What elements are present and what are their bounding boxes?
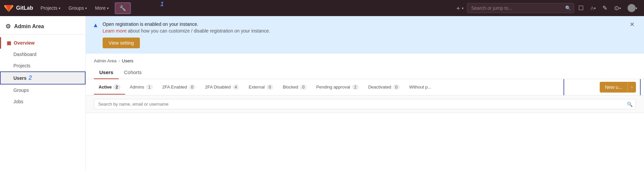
issues-icon: ✎ (602, 4, 607, 12)
filter-tab-blocked[interactable]: Blocked 0 (278, 80, 312, 95)
sidebar-item-users-wrapper: Users 2 (0, 71, 86, 84)
alert-icon: ▲ (93, 22, 99, 29)
sidebar-item-jobs[interactable]: Jobs (0, 96, 86, 107)
avatar-caret-icon: ▾ (636, 6, 637, 10)
alert-content: Open registration is enabled on your ins… (103, 21, 624, 48)
top-navigation: GitLab Projects ▾ Groups ▾ More ▾ 🔧 1 ＋ … (0, 0, 644, 16)
sidebar: ⚙ Admin Area ▦ Overview Dashboard Projec… (0, 16, 86, 171)
overview-icon: ▦ (7, 40, 11, 46)
filter-tab-2fa-disabled[interactable]: 2FA Disabled 4 (200, 80, 244, 95)
page-tabs: Users Cohorts (86, 66, 644, 79)
merge-requests-btn[interactable]: ⑃ ▾ (588, 3, 598, 14)
sidebar-item-users[interactable]: Users 2 (0, 71, 86, 84)
avatar (628, 4, 636, 12)
main-content: ▲ Open registration is enabled on your i… (86, 16, 644, 171)
breadcrumb-current: Users (122, 58, 133, 63)
filter-tab-active[interactable]: Active 2 (94, 80, 125, 95)
projects-nav-btn[interactable]: Projects ▾ (37, 3, 64, 13)
breadcrumb: Admin Area › Users (86, 54, 644, 66)
gitlab-wordmark: GitLab (16, 5, 33, 11)
table-search-wrapper: 🔍 (94, 99, 636, 109)
breadcrumb-separator: › (118, 58, 120, 63)
sidebar-item-projects[interactable]: Projects (0, 60, 86, 71)
filter-tab-deactivated[interactable]: Deactivated 0 (364, 80, 405, 95)
alert-title: Open registration is enabled on your ins… (103, 21, 624, 27)
sidebar-nav: ▦ Overview Dashboard Projects Users 2 Gr… (0, 35, 86, 110)
new-user-chevron-btn[interactable]: › (628, 82, 636, 93)
alert-learn-more-link[interactable]: Learn more (103, 28, 127, 34)
sidebar-title: Admin Area (14, 23, 44, 30)
filter-count-deactivated: 0 (393, 84, 400, 90)
search-wrapper: 🔍 (467, 3, 574, 13)
alert-banner: ▲ Open registration is enabled on your i… (86, 16, 644, 54)
annotation-2: 2 (29, 74, 32, 81)
admin-area-icon: ⚙ (5, 23, 11, 30)
sidebar-item-groups[interactable]: Groups (0, 84, 86, 96)
plus-icon: ＋ (455, 4, 461, 12)
merge-icon: ⑃ (590, 5, 594, 12)
search-icon: 🔍 (565, 5, 571, 11)
filter-tab-2fa-enabled[interactable]: 2FA Enabled 0 (158, 80, 200, 95)
sidebar-item-overview[interactable]: ▦ Overview (0, 37, 86, 49)
filter-tab-admins[interactable]: Admins 1 (125, 80, 158, 95)
filter-tabs-row: Active 2 Admins 1 2FA Enabled 0 2FA Disa… (86, 79, 644, 96)
chevron-right-icon: › (631, 85, 633, 90)
filter-count-admins: 1 (146, 84, 153, 90)
main-layout: ⚙ Admin Area ▦ Overview Dashboard Projec… (0, 16, 644, 171)
gitlab-logo[interactable]: GitLab (4, 3, 33, 13)
filter-count-2fa-enabled: 0 (189, 84, 196, 90)
new-user-area: 3 New u... › (600, 79, 636, 95)
filter-count-external: 0 (266, 84, 273, 90)
filter-tab-external[interactable]: External 0 (244, 80, 278, 95)
more-caret-icon: ▾ (107, 6, 109, 10)
issues-btn[interactable]: ✎ (600, 2, 610, 14)
alert-subtitle: Learn more about how you can customize /… (103, 28, 624, 34)
sidebar-item-dashboard[interactable]: Dashboard (0, 49, 86, 60)
new-user-btn[interactable]: New u... (600, 82, 628, 93)
new-user-group: New u... › (600, 82, 636, 93)
breadcrumb-admin-link[interactable]: Admin Area (94, 58, 116, 63)
create-caret-icon: ▾ (462, 6, 464, 10)
sidebar-header: ⚙ Admin Area (0, 19, 86, 35)
create-new-btn[interactable]: ＋ ▾ (453, 3, 466, 13)
table-search-icon: 🔍 (627, 102, 633, 107)
merge-caret-icon: ▾ (594, 6, 596, 10)
filter-count-pending: 2 (352, 84, 359, 90)
help-btn[interactable]: ⊙ ▾ (611, 2, 624, 14)
help-icon: ⊙ (614, 4, 619, 12)
todo-btn[interactable]: ☐ (576, 2, 586, 14)
filter-tab-without-projects[interactable]: Without p... (405, 80, 436, 94)
admin-wrench-btn[interactable]: 🔧 (115, 2, 131, 14)
groups-nav-btn[interactable]: Groups ▾ (65, 3, 90, 13)
annotation-1: 1 (160, 1, 164, 8)
todo-icon: ☐ (578, 4, 584, 12)
help-caret-icon: ▾ (619, 6, 621, 10)
view-setting-btn[interactable]: View setting (103, 38, 140, 48)
wrench-icon: 🔧 (119, 5, 126, 11)
filter-tab-pending[interactable]: Pending approval 2 (312, 80, 364, 95)
filter-count-active: 2 (113, 84, 120, 90)
user-avatar-btn[interactable]: ▾ (625, 2, 640, 14)
table-header-row: 🔍 (86, 96, 644, 113)
filter-count-2fa-disabled: 4 (232, 84, 239, 90)
tab-users[interactable]: Users (94, 66, 119, 79)
alert-close-btn[interactable]: ✕ (628, 21, 636, 27)
table-search-input[interactable] (94, 99, 636, 109)
projects-caret-icon: ▾ (59, 6, 60, 10)
search-input[interactable] (467, 3, 574, 13)
tab-cohorts[interactable]: Cohorts (119, 66, 147, 79)
groups-caret-icon: ▾ (85, 6, 87, 10)
filter-count-blocked: 0 (300, 84, 307, 90)
more-nav-btn[interactable]: More ▾ (92, 3, 112, 13)
